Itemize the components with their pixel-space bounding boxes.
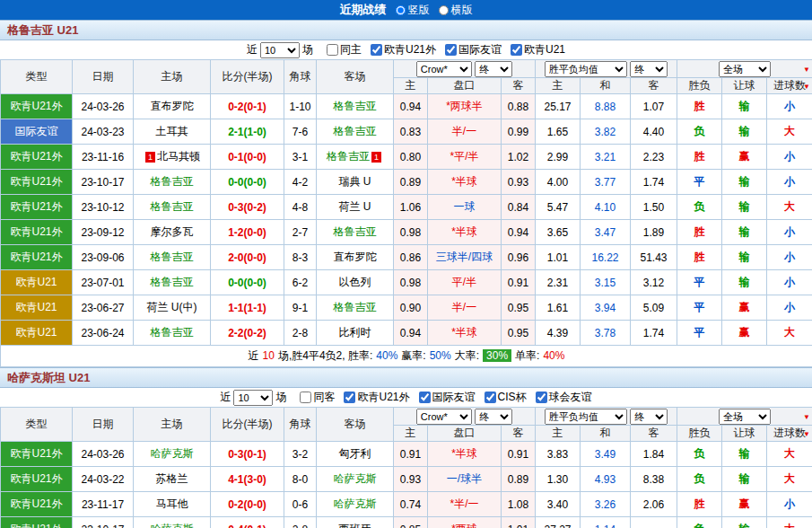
away-team: 格鲁吉亚 <box>317 94 394 119</box>
scope-select[interactable]: 全场 <box>719 409 771 425</box>
filter-checkbox-option[interactable]: 欧青U21外 <box>371 42 436 57</box>
home-team: 格鲁吉亚 <box>134 270 211 295</box>
result-handicap: 输 <box>722 220 767 245</box>
bookmaker-select[interactable]: Crow* <box>416 61 472 77</box>
team-name: 匈牙利 <box>339 447 371 460</box>
matches-table: 类型 日期 主场 比分(半场) 角球 客场 Crow* 终 胜平负均值 终 全场… <box>0 59 812 367</box>
corner-score: 1-10 <box>284 94 317 119</box>
filter-bar: 近 10 场 同主欧青U21外国际友谊欧青U21 <box>0 40 812 59</box>
avg-odds-away: 1.50 <box>631 195 677 220</box>
match-date: 23-06-24 <box>73 321 134 346</box>
red-card-badge: 1 <box>371 152 381 163</box>
filter-checkbox-option[interactable]: 同客 <box>300 390 335 405</box>
filter-checkbox[interactable] <box>485 392 496 403</box>
col-header-corner: 角球 <box>284 408 317 442</box>
handicap-line: *半球 <box>428 220 502 245</box>
match-row: 欧青U2123-07-01格鲁吉亚0-0(0-0)6-2以色列0.98平/半0.… <box>1 270 812 295</box>
filter-checkbox-option[interactable]: CIS杯 <box>485 390 527 405</box>
away-team: 以色列 <box>317 270 394 295</box>
filter-checkbox[interactable] <box>445 44 457 56</box>
result-goals: 小 <box>767 270 812 295</box>
away-team: 西班牙 <box>317 517 394 528</box>
filter-checkbox-option[interactable]: 欧青U21外 <box>344 390 409 405</box>
final-avg-select[interactable]: 终 <box>630 409 668 425</box>
filter-checkbox-label: 同主 <box>340 42 362 57</box>
filter-checkbox-option[interactable]: 国际友谊 <box>445 42 502 57</box>
corner-score: 0-6 <box>284 492 317 517</box>
collapse-arrow-icon[interactable]: ▼ <box>803 65 810 73</box>
filter-checkbox-option[interactable]: 欧青U21 <box>511 42 565 57</box>
match-type: 国际友谊 <box>1 119 73 145</box>
avg-odds-select[interactable]: 胜平负均值 <box>545 61 627 77</box>
collapse-arrow-icon[interactable]: ▼ <box>803 82 810 90</box>
filter-checkbox[interactable] <box>327 44 338 56</box>
team-title: 格鲁吉亚 U21 <box>7 22 78 39</box>
col-header-odds-home: 主 <box>394 78 428 94</box>
match-type: 欧青U21外 <box>1 94 73 119</box>
home-team: 苏格兰 <box>134 467 211 492</box>
away-team: 格鲁吉亚 <box>317 295 394 321</box>
filter-checkbox-label: 球会友谊 <box>549 390 592 405</box>
view-mode-option[interactable]: 横版 <box>439 3 473 18</box>
filter-checkbox-option[interactable]: 球会友谊 <box>536 390 592 405</box>
match-date: 24-03-26 <box>73 94 134 119</box>
handicap-odds-home: 0.86 <box>394 245 428 270</box>
view-mode-option[interactable]: 竖版 <box>396 3 430 18</box>
collapse-arrow-icon[interactable]: ▼ <box>803 429 810 437</box>
final-odds-select[interactable]: 终 <box>475 409 512 425</box>
result-handicap: 赢 <box>722 321 767 346</box>
recent-count-select[interactable]: 10 <box>233 390 273 406</box>
corner-score: 7-6 <box>284 119 317 145</box>
filter-checkbox-option[interactable]: 同主 <box>327 42 362 57</box>
team-name: 哈萨克斯 <box>334 472 377 485</box>
recent-count-select[interactable]: 10 <box>260 42 300 58</box>
final-avg-select[interactable]: 终 <box>630 61 668 77</box>
filter-checkbox[interactable] <box>371 44 382 56</box>
col-header-avg-home: 主 <box>536 426 581 442</box>
avg-odds-draw: 3.15 <box>581 270 631 295</box>
results-group: 全场 ▼ <box>677 60 812 78</box>
avg-odds-away: 4.40 <box>631 119 677 145</box>
away-team: 哈萨克斯 <box>317 467 394 492</box>
avg-odds-group: 胜平负均值 终 <box>536 60 677 78</box>
result-goals: 小 <box>767 245 812 270</box>
col-header-corner: 角球 <box>284 60 317 94</box>
filter-checkbox[interactable] <box>300 392 311 403</box>
filter-checkbox[interactable] <box>344 392 355 403</box>
avg-odds-home: 1.30 <box>536 467 581 492</box>
avg-odds-home: 3.83 <box>536 442 581 467</box>
filter-checkbox[interactable] <box>511 44 522 56</box>
result-wdl: 平 <box>677 170 722 195</box>
scope-select[interactable]: 全场 <box>719 61 771 77</box>
team-name: 格鲁吉亚 <box>334 301 377 313</box>
filter-checkbox-label: 欧青U21外 <box>384 42 436 57</box>
handicap-odds-group: Crow* 终 <box>394 408 536 426</box>
final-odds-select[interactable]: 终 <box>475 61 512 77</box>
filter-checkbox-option[interactable]: 国际友谊 <box>419 390 476 405</box>
filter-checkbox[interactable] <box>419 392 431 403</box>
handicap-line: 半/一 <box>428 295 502 321</box>
match-date: 23-11-16 <box>73 145 134 170</box>
result-wdl: 负 <box>677 119 722 145</box>
avg-odds-draw: 3.47 <box>581 220 631 245</box>
filter-checkbox-label: CIS杯 <box>498 390 527 405</box>
avg-odds-select[interactable]: 胜平负均值 <box>545 409 627 425</box>
handicap-odds-home: 0.93 <box>394 467 428 492</box>
away-team: 格鲁吉亚 <box>317 119 394 145</box>
handicap-odds-home: 0.83 <box>394 119 428 145</box>
col-header-away: 客场 <box>317 60 394 94</box>
away-team: 比利时 <box>317 321 394 346</box>
view-mode-radio[interactable] <box>439 5 449 15</box>
col-header-handicap-result: 让球 <box>722 426 767 442</box>
filter-checkbox[interactable] <box>536 392 547 403</box>
corner-score: 8-3 <box>284 245 317 270</box>
match-date: 24-03-26 <box>73 442 134 467</box>
match-type: 欧青U21外 <box>1 145 73 170</box>
view-mode-radio[interactable] <box>396 5 406 15</box>
result-wdl: 胜 <box>677 245 722 270</box>
handicap-line: *半球 <box>428 442 502 467</box>
bookmaker-select[interactable]: Crow* <box>416 409 472 425</box>
collapse-arrow-icon[interactable]: ▼ <box>803 412 810 420</box>
match-row: 欧青U21外23-09-06格鲁吉亚2-0(0-0)8-3直布罗陀0.86三球半… <box>1 245 812 270</box>
result-goals: 大 <box>767 442 812 467</box>
